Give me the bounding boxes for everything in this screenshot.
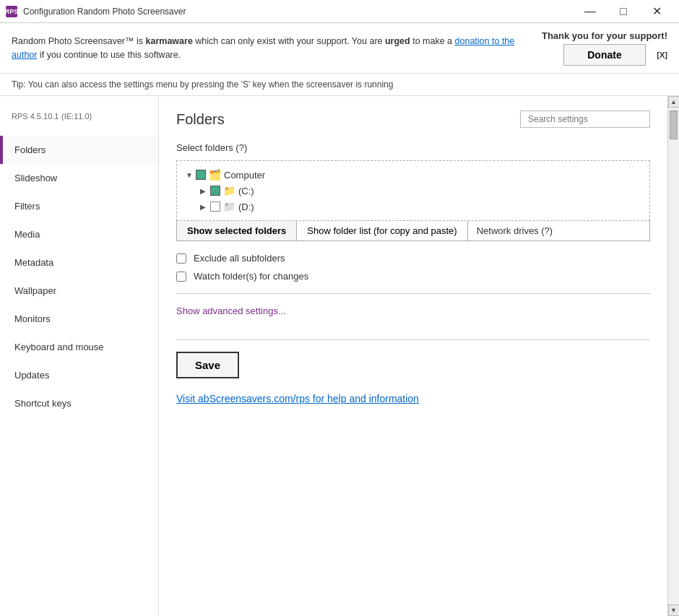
- exclude-subfolders-checkbox[interactable]: [176, 253, 186, 264]
- window-controls: — □ ✕: [574, 0, 673, 23]
- banner-close-x[interactable]: [X]: [657, 51, 667, 59]
- tree-item-c[interactable]: ▶ 📁 (C:): [200, 183, 641, 199]
- tree-checkbox-computer[interactable]: [196, 170, 206, 180]
- tree-arrow-computer: ▼: [186, 171, 196, 179]
- sidebar-item-filters[interactable]: Filters: [0, 192, 158, 220]
- tree-label-computer: Computer: [224, 170, 265, 181]
- network-drives-label: Network drives (?): [468, 221, 649, 240]
- show-advanced-settings-link[interactable]: Show advanced settings...: [176, 305, 286, 316]
- donate-button[interactable]: Donate: [563, 44, 645, 66]
- tree-checkbox-c[interactable]: [210, 186, 220, 196]
- scroll-down-button[interactable]: ▼: [668, 604, 680, 616]
- search-input[interactable]: [520, 110, 650, 128]
- title-bar: RPS Configuration Random Photo Screensav…: [0, 0, 679, 23]
- top-banner: Random Photo Screensaver™ is karmaware w…: [0, 23, 679, 74]
- sidebar-item-monitors[interactable]: Monitors: [0, 305, 158, 333]
- tree-item-d[interactable]: ▶ 📁 (D:): [200, 199, 641, 214]
- close-button[interactable]: ✕: [640, 0, 673, 23]
- tip-text: Tip: You can also access the settings me…: [12, 79, 393, 90]
- sidebar-item-updates[interactable]: Updates: [0, 361, 158, 389]
- visit-link-container: Visit abScreensavers.com/rps for help an…: [176, 393, 650, 404]
- sidebar-item-media[interactable]: Media: [0, 220, 158, 248]
- divider-2: [176, 339, 650, 340]
- scroll-up-button[interactable]: ▲: [668, 96, 680, 108]
- sidebar-item-shortcut[interactable]: Shortcut keys: [0, 389, 158, 417]
- maximize-button[interactable]: □: [607, 0, 640, 23]
- app-icon: RPS: [6, 6, 17, 17]
- app-version: RPS 4.5.10.1 (IE:11.0): [0, 110, 158, 136]
- banner-text-1: Random Photo Screensaver™ is: [12, 36, 146, 46]
- watch-folders-label: Watch folder(s) for changes: [194, 271, 308, 282]
- banner-right: Thank you for your support! Donate: [542, 30, 667, 66]
- select-folders-label: Select folders (?): [176, 142, 650, 153]
- tree-arrow-c: ▶: [200, 187, 210, 195]
- tree-label-d: (D:): [238, 201, 254, 212]
- banner-text: Random Photo Screensaver™ is karmaware w…: [12, 35, 527, 62]
- tree-checkbox-d[interactable]: [210, 201, 220, 212]
- tree-label-c: (C:): [238, 186, 254, 196]
- sidebar-item-wallpaper[interactable]: Wallpaper: [0, 277, 158, 305]
- tree-item-computer[interactable]: ▼ 🗂️ Computer: [186, 167, 641, 183]
- save-button[interactable]: Save: [176, 352, 239, 378]
- sidebar-item-slideshow[interactable]: Slideshow: [0, 164, 158, 192]
- banner-text-4: if you continue to use this software.: [37, 50, 181, 60]
- content-area: Folders Select folders (?) ▼ 🗂️ Computer…: [159, 96, 667, 616]
- sidebar-item-folders[interactable]: Folders: [0, 136, 158, 164]
- visit-link[interactable]: Visit abScreensavers.com/rps for help an…: [176, 393, 419, 404]
- thank-you-text: Thank you for your support!: [542, 30, 667, 41]
- content-header: Folders: [176, 110, 650, 128]
- banner-text-3: to make a: [410, 36, 455, 46]
- watch-folders-row: Watch folder(s) for changes: [176, 271, 650, 282]
- main-container: RPS 4.5.10.1 (IE:11.0) Folders Slideshow…: [0, 96, 679, 616]
- scrollbar[interactable]: ▲ ▼: [667, 96, 679, 616]
- scroll-thumb[interactable]: [670, 110, 678, 139]
- sidebar-item-keyboard[interactable]: Keyboard and mouse: [0, 333, 158, 361]
- tip-bar: Tip: You can also access the settings me…: [0, 74, 679, 96]
- page-title: Folders: [176, 111, 225, 128]
- window-title: Configuration Random Photo Screensaver: [23, 6, 574, 17]
- watch-folders-checkbox[interactable]: [176, 272, 186, 282]
- folder-buttons: Show selected folders Show folder list (…: [176, 221, 650, 241]
- sidebar: RPS 4.5.10.1 (IE:11.0) Folders Slideshow…: [0, 96, 159, 616]
- divider-1: [176, 293, 650, 294]
- banner-bold-urged: urged: [385, 36, 410, 46]
- banner-bold-karmaware: karmaware: [146, 36, 193, 46]
- show-folder-list-button[interactable]: Show folder list (for copy and paste): [297, 221, 467, 240]
- show-selected-folders-button[interactable]: Show selected folders: [177, 221, 297, 240]
- d-folder-icon: 📁: [223, 201, 235, 212]
- exclude-subfolders-label: Exclude all subfolders: [194, 253, 285, 264]
- computer-folder-icon: 🗂️: [209, 169, 221, 181]
- minimize-button[interactable]: —: [574, 0, 607, 23]
- exclude-subfolders-row: Exclude all subfolders: [176, 253, 650, 264]
- scroll-track[interactable]: [668, 108, 679, 604]
- tree-arrow-d: ▶: [200, 203, 210, 211]
- c-folder-icon: 📁: [223, 185, 235, 196]
- folder-tree: ▼ 🗂️ Computer ▶ 📁 (C:) ▶ 📁: [176, 160, 650, 221]
- sidebar-item-metadata[interactable]: Metadata: [0, 248, 158, 277]
- banner-text-2: which can only exist with your support. …: [193, 36, 385, 46]
